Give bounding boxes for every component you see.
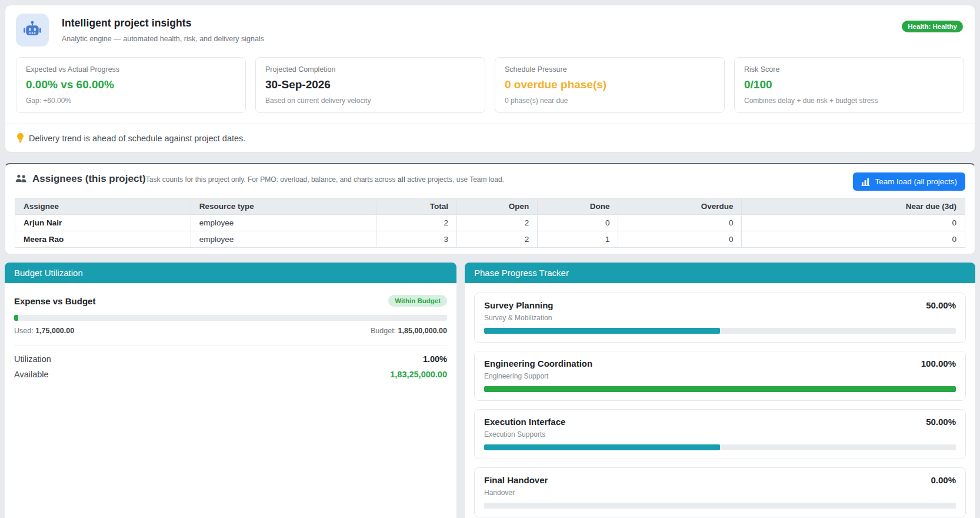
- dashboard-page: Intelligent project insights Analytic en…: [0, 0, 980, 518]
- metric-value: 0.00% vs 60.00%: [26, 78, 236, 91]
- column-header-assignee: Assignee: [15, 198, 191, 215]
- insights-panel: Intelligent project insights Analytic en…: [5, 5, 975, 152]
- team-load-button[interactable]: Team load (all projects): [853, 172, 965, 191]
- phase-top: Survey Planning 50.00%: [484, 300, 956, 310]
- robot-icon: [16, 14, 49, 47]
- metric-card-risk-score: Risk Score 0/100 Combines delay + due ri…: [734, 57, 964, 113]
- phase-card-execution-interface: Execution Interface 50.00% Execution Sup…: [474, 409, 966, 459]
- budget-utilization-panel: Budget Utilization Expense vs Budget Wit…: [5, 263, 456, 518]
- metric-card-expected-vs-actual: Expected vs Actual Progress 0.00% vs 60.…: [16, 57, 246, 113]
- assignees-description: Task counts for this project only. For P…: [146, 175, 504, 184]
- divider: [14, 346, 447, 346]
- phase-progress-fill: [484, 386, 956, 392]
- column-header-resource-type: Resource type: [191, 198, 376, 215]
- phase-top: Engineering Coordination 100.00%: [484, 358, 956, 368]
- metric-card-projected-completion: Projected Completion 30-Sep-2026 Based o…: [255, 57, 485, 113]
- phase-subtitle: Execution Supports: [484, 430, 956, 439]
- expense-vs-budget-row: Expense vs Budget Within Budget: [14, 295, 447, 307]
- metric-label: Schedule Pressure: [505, 65, 715, 74]
- utilization-label: Utilization: [14, 354, 51, 364]
- assignees-desc-suffix: active projects, use Team load.: [405, 175, 504, 184]
- budget-progress-track: [14, 315, 447, 321]
- phase-name: Survey Planning: [484, 300, 554, 310]
- phase-percent: 50.00%: [926, 300, 956, 310]
- cell-assignee: Arjun Nair: [15, 215, 191, 231]
- insight-note-text: Delivery trend is ahead of schedule agai…: [29, 134, 245, 143]
- phase-progress-fill: [484, 328, 720, 334]
- page-title: Intelligent project insights: [62, 17, 264, 29]
- table-header-row: Assignee Resource type Total Open Done O…: [15, 198, 965, 215]
- cell-done: 1: [538, 231, 618, 248]
- cell-assignee: Meera Rao: [15, 231, 191, 248]
- column-header-near-due: Near due (3d): [742, 198, 965, 215]
- phases-panel-header: Phase Progress Tracker: [465, 263, 975, 283]
- phase-subtitle: Survey & Mobilization: [484, 314, 956, 322]
- phase-percent: 100.00%: [921, 358, 956, 368]
- utilization-row: Utilization 1.00%: [14, 354, 447, 364]
- phase-progress-panel: Phase Progress Tracker Survey Planning 5…: [465, 263, 975, 518]
- column-header-total: Total: [376, 198, 456, 215]
- cell-total: 3: [376, 231, 456, 248]
- page-subtitle: Analytic engine — automated health, risk…: [62, 35, 264, 43]
- cell-open: 2: [456, 215, 537, 231]
- phase-name: Engineering Coordination: [484, 358, 592, 368]
- table-row: Meera Rao employee 3 2 1 0 0: [15, 231, 965, 248]
- team-load-button-label: Team load (all projects): [875, 177, 957, 186]
- metrics-row: Expected vs Actual Progress 0.00% vs 60.…: [16, 57, 964, 113]
- assignees-text: Assignees (this project)Task counts for …: [15, 171, 853, 191]
- cell-near-due: 0: [742, 231, 965, 248]
- assignees-desc-bold: all: [398, 175, 405, 184]
- phase-subtitle: Handover: [484, 489, 956, 497]
- budget-progress-fill: [14, 315, 18, 321]
- cell-open: 2: [456, 231, 537, 248]
- within-budget-badge: Within Budget: [388, 295, 447, 307]
- used-amount: Used: 1,75,000.00: [14, 327, 74, 335]
- assignees-table-header: Assignee Resource type Total Open Done O…: [15, 198, 965, 215]
- used-value: 1,75,000.00: [35, 327, 74, 335]
- phase-progress-track: [484, 386, 956, 392]
- expense-vs-budget-title: Expense vs Budget: [14, 296, 95, 306]
- phase-progress-track: [484, 328, 956, 334]
- phase-progress-track: [484, 503, 956, 509]
- available-value: 1,83,25,000.00: [390, 370, 447, 379]
- assignees-title: Assignees (this project): [32, 173, 146, 184]
- lightbulb-icon: [16, 132, 25, 144]
- budget-label: Budget:: [371, 327, 396, 335]
- available-row: Available 1,83,25,000.00: [14, 370, 447, 379]
- used-budget-row: Used: 1,75,000.00 Budget: 1,85,00,000.00: [14, 327, 447, 335]
- metric-label: Risk Score: [744, 65, 954, 74]
- phase-card-survey-planning: Survey Planning 50.00% Survey & Mobiliza…: [474, 293, 966, 343]
- metric-label: Projected Completion: [265, 65, 475, 74]
- cell-done: 0: [538, 215, 618, 231]
- phase-card-final-handover: Final Handover 0.00% Handover: [474, 467, 966, 517]
- phase-percent: 0.00%: [931, 475, 956, 485]
- cell-total: 2: [376, 215, 456, 231]
- metric-value: 0/100: [744, 78, 954, 91]
- bar-chart-icon: [861, 178, 870, 186]
- metric-label: Expected vs Actual Progress: [26, 65, 236, 74]
- available-label: Available: [14, 370, 49, 379]
- cell-near-due: 0: [742, 215, 965, 231]
- column-header-overdue: Overdue: [618, 198, 742, 215]
- column-header-open: Open: [456, 198, 537, 215]
- phase-percent: 50.00%: [926, 417, 956, 427]
- phase-name: Execution Interface: [484, 417, 565, 427]
- bottom-panels: Budget Utilization Expense vs Budget Wit…: [5, 263, 975, 518]
- phase-top: Execution Interface 50.00%: [484, 417, 956, 427]
- phases-panel-body: Survey Planning 50.00% Survey & Mobiliza…: [465, 283, 975, 518]
- budget-value: 1,85,00,000.00: [398, 327, 447, 335]
- metric-card-schedule-pressure: Schedule Pressure 0 overdue phase(s) 0 p…: [495, 57, 725, 113]
- phase-subtitle: Engineering Support: [484, 372, 956, 380]
- insights-titles: Intelligent project insights Analytic en…: [62, 17, 264, 43]
- assignees-table: Assignee Resource type Total Open Done O…: [15, 198, 965, 248]
- metric-value: 30-Sep-2026: [265, 78, 475, 91]
- cell-overdue: 0: [618, 215, 742, 231]
- phase-card-engineering-coordination: Engineering Coordination 100.00% Enginee…: [474, 351, 966, 401]
- utilization-value: 1.00%: [423, 354, 447, 364]
- assignees-panel: Assignees (this project)Task counts for …: [5, 163, 975, 254]
- budget-amount: Budget: 1,85,00,000.00: [371, 327, 447, 335]
- assignees-desc-prefix: Task counts for this project only. For P…: [146, 175, 398, 184]
- cell-resource-type: employee: [191, 215, 376, 231]
- budget-panel-header: Budget Utilization: [5, 263, 456, 283]
- metric-value: 0 overdue phase(s): [505, 78, 715, 91]
